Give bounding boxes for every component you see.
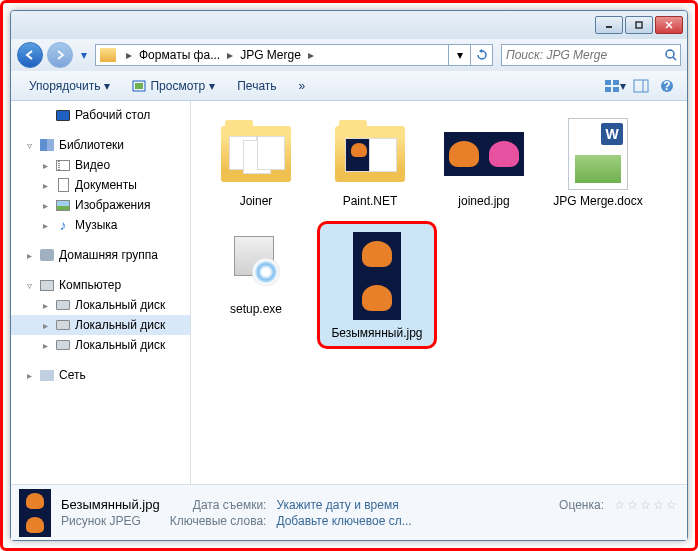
drive-icon: [56, 340, 70, 350]
tree-label: Локальный диск: [75, 338, 165, 352]
address-bar[interactable]: ▸ Форматы фа... ▸ JPG Merge ▸ ▾: [95, 44, 493, 66]
file-label: JPG Merge.docx: [553, 194, 642, 208]
svg-rect-12: [634, 80, 648, 92]
file-item-setup[interactable]: setup.exe: [203, 221, 309, 349]
minimize-button[interactable]: [595, 16, 623, 34]
preview-pane-button[interactable]: [629, 74, 653, 98]
file-item-bez[interactable]: Безымянный.jpg: [317, 221, 437, 349]
tree-images[interactable]: ▸Изображения: [11, 195, 190, 215]
svg-rect-10: [605, 87, 611, 92]
file-label: setup.exe: [230, 302, 282, 316]
svg-text:?: ?: [663, 79, 670, 93]
close-button[interactable]: [655, 16, 683, 34]
details-rating-stars[interactable]: ☆☆☆☆☆: [614, 498, 679, 512]
tree-label: Библиотеки: [59, 138, 124, 152]
breadcrumb-arrow[interactable]: ▸: [305, 45, 317, 65]
refresh-button[interactable]: [470, 44, 492, 66]
file-item-paintnet[interactable]: Paint.NET: [317, 113, 423, 213]
breadcrumb-1[interactable]: Форматы фа...: [135, 45, 224, 65]
tree-music[interactable]: ▸♪Музыка: [11, 215, 190, 235]
folder-icon: [100, 48, 116, 62]
file-label: joined.jpg: [458, 194, 509, 208]
tree-computer[interactable]: ▿Компьютер: [11, 275, 190, 295]
tree-homegroup[interactable]: ▸Домашняя группа: [11, 245, 190, 265]
view-options-button[interactable]: ▾: [603, 74, 627, 98]
tree-label: Рабочий стол: [75, 108, 150, 122]
image-thumbnail: [444, 132, 524, 176]
svg-rect-8: [605, 80, 611, 85]
toolbar-more[interactable]: »: [289, 75, 316, 97]
breadcrumb-root[interactable]: [96, 45, 123, 65]
details-rating-label: Оценка:: [559, 498, 604, 512]
computer-icon: [40, 280, 54, 291]
exe-icon: [228, 234, 284, 290]
desktop-icon: [56, 110, 70, 121]
organize-label: Упорядочить: [29, 79, 100, 93]
details-filetype: Рисунок JPEG: [61, 514, 160, 528]
search-box[interactable]: [501, 44, 681, 66]
preview-label: Просмотр: [150, 79, 205, 93]
svg-rect-9: [613, 80, 619, 85]
annotation-outer-highlight: ▾ ▸ Форматы фа... ▸ JPG Merge ▸ ▾ Упоряд…: [0, 0, 698, 551]
folder-icon: [221, 126, 291, 182]
tree-documents[interactable]: ▸Документы: [11, 175, 190, 195]
folder-icon: [335, 126, 405, 182]
details-keywords-value[interactable]: Добавьте ключевое сл...: [276, 514, 549, 528]
tree-drive-3[interactable]: ▸Локальный диск: [11, 335, 190, 355]
addr-dropdown[interactable]: ▾: [448, 44, 470, 66]
svg-rect-1: [636, 22, 642, 28]
tree-label: Видео: [75, 158, 110, 172]
libraries-icon: [40, 139, 54, 151]
preview-button[interactable]: Просмотр ▾: [122, 75, 225, 97]
search-input[interactable]: [502, 48, 661, 62]
music-icon: ♪: [55, 217, 71, 233]
svg-rect-7: [135, 83, 143, 89]
tree-video[interactable]: ▸Видео: [11, 155, 190, 175]
docx-icon: [568, 118, 628, 190]
documents-icon: [58, 178, 69, 192]
maximize-button[interactable]: [625, 16, 653, 34]
forward-button[interactable]: [47, 42, 73, 68]
file-label: Безымянный.jpg: [331, 326, 422, 340]
tree-label: Компьютер: [59, 278, 121, 292]
file-item-jpgmerge[interactable]: JPG Merge.docx: [545, 113, 651, 213]
svg-point-4: [666, 50, 674, 58]
tree-label: Документы: [75, 178, 137, 192]
tree-network[interactable]: ▸Сеть: [11, 365, 190, 385]
tree-libraries[interactable]: ▿Библиотеки: [11, 135, 190, 155]
breadcrumb-2[interactable]: JPG Merge: [236, 45, 305, 65]
history-dropdown[interactable]: ▾: [77, 45, 91, 65]
images-icon: [56, 200, 70, 211]
drive-icon: [56, 320, 70, 330]
preview-icon: [132, 80, 146, 92]
tree-drive-2[interactable]: ▸Локальный диск: [11, 315, 190, 335]
details-date-label: Дата съемки:: [170, 498, 267, 512]
explorer-window: ▾ ▸ Форматы фа... ▸ JPG Merge ▸ ▾ Упоряд…: [10, 10, 688, 541]
tree-label: Музыка: [75, 218, 117, 232]
details-date-value[interactable]: Укажите дату и время: [276, 498, 549, 512]
content-area: Рабочий стол ▿Библиотеки ▸Видео ▸Докумен…: [11, 101, 687, 484]
details-thumbnail: [19, 489, 51, 537]
tree-drive-1[interactable]: ▸Локальный диск: [11, 295, 190, 315]
svg-line-5: [673, 57, 676, 60]
organize-button[interactable]: Упорядочить ▾: [19, 75, 120, 97]
file-item-joiner[interactable]: Joiner: [203, 113, 309, 213]
details-pane: Безымянный.jpg Дата съемки: Укажите дату…: [11, 484, 687, 540]
back-button[interactable]: [17, 42, 43, 68]
print-label: Печать: [237, 79, 276, 93]
tree-label: Домашняя группа: [59, 248, 158, 262]
breadcrumb-arrow[interactable]: ▸: [224, 45, 236, 65]
details-keywords-label: Ключевые слова:: [170, 514, 267, 528]
help-button[interactable]: ?: [655, 74, 679, 98]
file-list[interactable]: Joiner Paint.NET joined.jpg JPG Merge.do…: [191, 101, 687, 484]
tree-label: Локальный диск: [75, 298, 165, 312]
image-thumbnail: [353, 232, 401, 320]
network-icon: [40, 370, 54, 381]
file-item-joined[interactable]: joined.jpg: [431, 113, 537, 213]
homegroup-icon: [40, 249, 54, 261]
breadcrumb-arrow[interactable]: ▸: [123, 45, 135, 65]
print-button[interactable]: Печать: [227, 75, 286, 97]
search-icon[interactable]: [661, 48, 680, 62]
drive-icon: [56, 300, 70, 310]
tree-desktop[interactable]: Рабочий стол: [11, 105, 190, 125]
